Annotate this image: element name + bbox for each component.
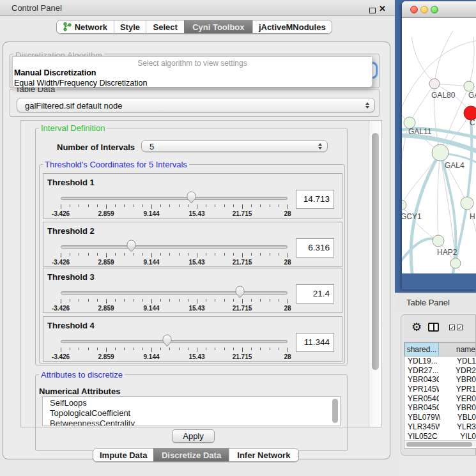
tab-impute-data[interactable]: Impute Data	[93, 449, 153, 461]
table-row[interactable]: YBR045CYBR0	[404, 403, 476, 413]
network-desktop: GAL80GAGAL11CGAL4GCY1HHAP2 Table Panel ⚙…	[395, 0, 476, 476]
cyni-toolbox-panel: Discretization Algorithm Select algorith…	[3, 42, 390, 459]
threshold-value-field[interactable]: 6.316	[296, 238, 334, 257]
control-panel-window: Control Panel ✕ NetworkStyleSelectCyni T…	[0, 0, 395, 476]
table-data-combobox[interactable]: galFiltered.sif default node	[17, 98, 375, 112]
table-row[interactable]: YER054CYER0	[404, 394, 476, 404]
settings-scrollpane: Interval Definition Number of Intervals …	[20, 120, 382, 427]
slider-knob[interactable]	[235, 286, 245, 298]
svg-text:GAL11: GAL11	[408, 127, 432, 136]
network-window-titlebar	[402, 1, 476, 18]
tab-select[interactable]: Select	[146, 20, 184, 33]
close-icon[interactable]: ✕	[379, 4, 386, 13]
interval-definition-group: Interval Definition Number of Intervals …	[35, 128, 348, 365]
numerical-attributes-label: Numerical Attributes	[39, 387, 120, 396]
table-panel-card: ⚙ ✓ ✓ shared... name YDL19...YDL1YDR27..…	[401, 314, 476, 456]
slider-track[interactable]	[61, 197, 288, 200]
table-row[interactable]: YPR145WYPR1	[404, 385, 476, 394]
svg-text:H: H	[470, 212, 475, 221]
number-of-intervals-value: 5	[150, 141, 154, 151]
table-row[interactable]: YDR27...YDR2	[404, 366, 476, 376]
threshold-value-field[interactable]: 11.344	[296, 333, 334, 352]
tab-jactivemnodules[interactable]: jActiveMNodules	[252, 20, 332, 33]
attribute-list-item[interactable]: SelfLoops	[43, 398, 340, 408]
table-row[interactable]: YBL079WYBL0	[404, 413, 476, 422]
select-all-checkbox-icon[interactable]: ✓	[449, 325, 455, 330]
list-scrollbar[interactable]	[332, 399, 338, 423]
table-row[interactable]: YLR345WYLR3	[404, 422, 476, 432]
horizontal-scrollbar[interactable]	[405, 440, 476, 447]
network-icon	[63, 22, 72, 31]
apply-button[interactable]: Apply	[172, 429, 215, 443]
table-row[interactable]: YBR043CYBR0	[404, 375, 476, 385]
select-none-checkbox-icon[interactable]: ✓	[457, 325, 463, 330]
slider-track[interactable]	[61, 340, 288, 343]
threshold-label: Threshold 2	[47, 226, 95, 236]
table-panel-title: Table Panel	[406, 298, 450, 307]
threshold-label: Threshold 1	[47, 178, 95, 187]
threshold-label: Threshold 3	[47, 272, 95, 282]
cyni-mode-tabs: Impute DataDiscretize DataInfer Network	[93, 448, 299, 462]
tab-cyni-toolbox[interactable]: Cyni Toolbox	[184, 20, 252, 33]
table-header: shared... name	[404, 342, 476, 357]
window-title: Control Panel	[12, 3, 62, 13]
dropdown-option-equal-width[interactable]: Equal Width/Frequency Discretization	[14, 79, 147, 88]
threshold-panel: Threshold 1-3.4262.8599.14415.4321.71528…	[43, 173, 342, 219]
svg-text:GAL4: GAL4	[445, 161, 464, 170]
table-panel-titlebar: Table Panel	[395, 293, 476, 311]
slider-track[interactable]	[61, 291, 288, 295]
column-header-shared-name[interactable]: shared...	[404, 342, 439, 357]
algorithm-dropdown-popup: Select algorithm to view settings Manual…	[12, 56, 372, 88]
svg-text:HAP2: HAP2	[437, 248, 457, 257]
svg-text:GAL80: GAL80	[431, 91, 456, 100]
column-header-name[interactable]: name	[439, 342, 476, 357]
numerical-attributes-list[interactable]: SelfLoopsTopologicalCoefficientBetweenne…	[42, 396, 341, 426]
svg-text:C: C	[470, 118, 475, 127]
node-table[interactable]: shared... name YDL19...YDL1YDR27...YDR2Y…	[404, 342, 476, 449]
vertical-scrollbar[interactable]	[369, 121, 381, 427]
threshold-panel: Threshold 4-3.4262.8599.14415.4321.71528…	[43, 316, 342, 362]
threshold-panel: Threshold 3-3.4262.8599.14415.4321.71528…	[43, 268, 342, 313]
columns-icon[interactable]	[428, 323, 439, 332]
tab-style[interactable]: Style	[114, 20, 146, 33]
network-canvas[interactable]: GAL80GAGAL11CGAL4GCY1HHAP2	[402, 18, 476, 273]
svg-text:GA: GA	[468, 91, 476, 100]
table-row[interactable]: YDL19...YDL1	[404, 357, 476, 366]
slider-knob[interactable]	[187, 191, 196, 204]
threshold-label: Threshold 4	[47, 321, 95, 330]
tab-infer-network[interactable]: Infer Network	[229, 449, 298, 461]
table-body: YDL19...YDL1YDR27...YDR2YBR043CYBR0YPR14…	[404, 357, 476, 441]
attribute-list-item[interactable]: BetweennessCentrality	[43, 418, 340, 426]
slider-knob[interactable]	[162, 334, 172, 347]
thresholds-group: Threshold's Coordinates for 5 Intervals …	[39, 164, 345, 364]
tab-network[interactable]: Network	[57, 20, 114, 33]
interval-definition-title: Interval Definition	[39, 123, 107, 133]
attributes-title: Attributes to discretize	[39, 370, 125, 380]
close-traffic-light[interactable]	[410, 6, 418, 13]
combobox-stepper-icon	[318, 143, 322, 150]
attribute-list-item[interactable]: TopologicalCoefficient	[43, 408, 340, 418]
scrollbar-thumb[interactable]	[406, 442, 472, 447]
dropdown-placeholder[interactable]: Select algorithm to view settings	[13, 59, 372, 68]
table-row[interactable]: YIL052CYIL0	[404, 432, 476, 441]
combobox-stepper-icon	[365, 102, 369, 109]
tab-discretize-data[interactable]: Discretize Data	[153, 449, 228, 461]
number-of-intervals-combobox[interactable]: 5	[141, 140, 328, 152]
slider-knob[interactable]	[127, 240, 136, 252]
float-window-icon[interactable]	[369, 8, 376, 13]
minimize-traffic-light[interactable]	[420, 6, 428, 13]
threshold-value-field[interactable]: 21.4	[296, 284, 334, 303]
table-data-group: Table Data galFiltered.sif default node	[10, 89, 380, 117]
threshold-value-field[interactable]: 14.713	[296, 190, 334, 209]
threshold-panel: Threshold 2-3.4262.8599.14415.4321.71528…	[43, 222, 342, 267]
control-panel-titlebar: Control Panel ✕	[0, 0, 395, 16]
network-view-window: GAL80GAGAL11CGAL4GCY1HHAP2	[402, 1, 476, 289]
table-data-value: galFiltered.sif default node	[25, 100, 122, 110]
zoom-traffic-light[interactable]	[431, 6, 438, 13]
number-of-intervals-label: Number of Intervals	[57, 142, 135, 152]
gear-icon[interactable]: ⚙	[411, 320, 422, 334]
dropdown-option-manual[interactable]: Manual Discretization	[14, 68, 96, 77]
scrollbar-thumb[interactable]	[372, 133, 379, 370]
control-panel-tabs: NetworkStyleSelectCyni ToolboxjActiveMNo…	[56, 20, 332, 34]
slider-track[interactable]	[61, 245, 288, 249]
